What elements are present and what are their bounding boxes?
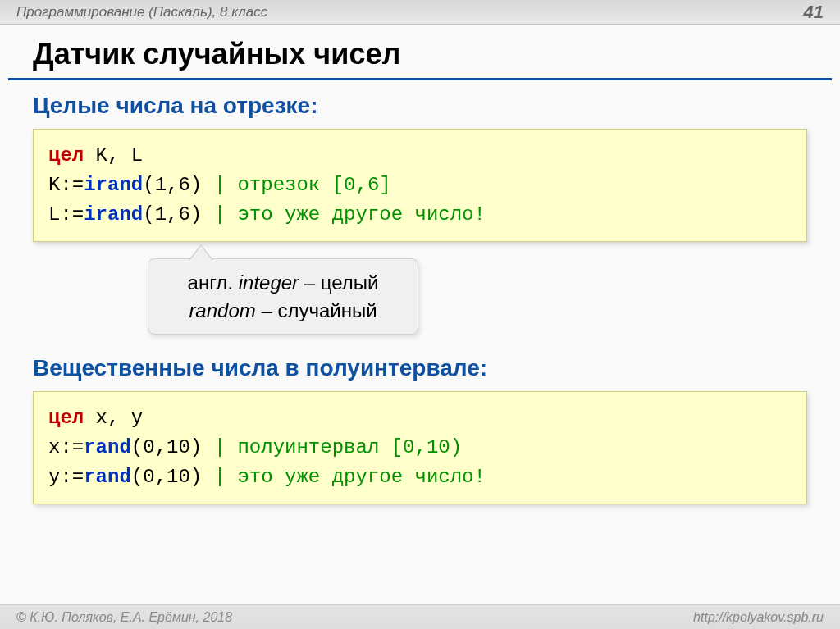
callout-line: англ. integer – целый <box>167 269 399 297</box>
callout-pointer-icon <box>189 246 212 261</box>
code-text: (1,6) <box>143 174 202 196</box>
footer-url: http://kpolyakov.spb.ru <box>693 610 824 624</box>
function-name: irand <box>84 203 143 226</box>
slide-title: Датчик случайных чисел <box>8 25 832 80</box>
code-block-2: цел x, y x:=rand(0,10) | полуинтервал [0… <box>33 391 807 504</box>
code-text: y:= <box>48 466 84 488</box>
code-text: x, y <box>84 407 143 429</box>
code-text: L:= <box>48 203 84 226</box>
code-text: x:= <box>48 436 84 458</box>
code-comment: | полуинтервал [0,10) <box>202 436 462 458</box>
function-name: rand <box>84 436 131 458</box>
copyright: © К.Ю. Поляков, Е.А. Ерёмин, 2018 <box>16 610 232 624</box>
code-text: K, L <box>84 144 143 166</box>
keyword: цел <box>48 407 84 429</box>
code-line: y:=rand(0,10) | это уже другое число! <box>48 463 792 492</box>
callout-text: англ. <box>188 271 239 294</box>
slide-header: Программирование (Паскаль), 8 класс 41 <box>0 0 840 25</box>
section2-title: Вещественные числа в полуинтервале: <box>33 355 807 381</box>
code-line: цел K, L <box>48 141 792 171</box>
code-line: x:=rand(0,10) | полуинтервал [0,10) <box>48 433 792 463</box>
callout-text: – случайный <box>256 299 377 321</box>
code-comment: | это уже другое число! <box>202 466 486 488</box>
slide-footer: © К.Ю. Поляков, Е.А. Ерёмин, 2018 http:/… <box>0 604 840 629</box>
code-text: (0,10) <box>131 436 202 458</box>
section1-title: Целые числа на отрезке: <box>33 93 807 119</box>
callout-line: random – случайный <box>167 297 399 325</box>
code-line: L:=irand(1,6) | это уже другое число! <box>48 200 792 230</box>
function-name: irand <box>84 174 143 196</box>
code-text: K:= <box>48 174 84 196</box>
code-line: K:=irand(1,6) | отрезок [0,6] <box>48 171 792 200</box>
callout-text: – целый <box>299 271 378 294</box>
page-number: 41 <box>804 2 824 23</box>
callout-note: англ. integer – целый random – случайный <box>148 258 418 335</box>
slide-content: Целые числа на отрезке: цел K, L K:=iran… <box>0 80 840 533</box>
code-block-1: цел K, L K:=irand(1,6) | отрезок [0,6] L… <box>33 129 807 242</box>
keyword: цел <box>48 144 84 166</box>
callout-text: random <box>189 299 255 321</box>
code-line: цел x, y <box>48 403 792 433</box>
function-name: rand <box>84 466 131 488</box>
code-text: (0,10) <box>131 466 202 488</box>
callout-text: integer <box>239 271 299 294</box>
code-comment: | отрезок [0,6] <box>202 174 390 196</box>
breadcrumb: Программирование (Паскаль), 8 класс <box>16 4 267 21</box>
code-text: (1,6) <box>143 203 202 226</box>
code-comment: | это уже другое число! <box>202 203 486 226</box>
